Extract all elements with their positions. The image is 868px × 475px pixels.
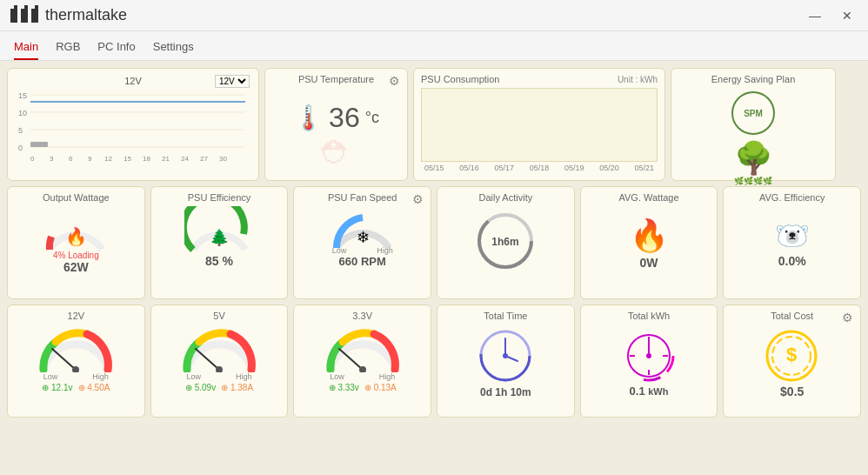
- card-psu-fan-speed: PSU Fan Speed ⚙ ❄ Low High 660 RPM: [293, 186, 431, 299]
- 5v-low-label: Low: [187, 372, 202, 381]
- graph-select[interactable]: 12V: [215, 75, 250, 88]
- 33v-title: 3.3V: [301, 311, 424, 321]
- psu-temp-title: PSU Temperature: [272, 74, 400, 84]
- output-wattage-title: Output Wattage: [15, 192, 137, 203]
- svg-text:30: 30: [219, 155, 227, 163]
- card-total-cost: Total Cost ⚙ $ $0.5: [723, 304, 861, 418]
- date-label-7: 05/21: [634, 164, 654, 172]
- row-3: 12V Low High ⊕ 12.1v ⊕ 4.50A: [7, 304, 861, 418]
- card-psu-temperature: PSU Temperature ⚙ 🌡️ 36 °c ⛑: [264, 68, 408, 181]
- 12v-voltage: 12.1v: [51, 383, 72, 392]
- tab-settings[interactable]: Settings: [153, 37, 194, 60]
- 5v-gauge-svg: [180, 324, 258, 372]
- card-5v: 5V Low High ⊕ 5.09v ⊕ 1.38A: [150, 304, 289, 418]
- 33v-high-label: High: [379, 372, 396, 381]
- svg-text:6: 6: [69, 155, 73, 163]
- consumption-svg: [422, 89, 657, 161]
- minimize-button[interactable]: —: [804, 7, 826, 24]
- psu-consumption-unit: Unit : kWh: [618, 75, 658, 84]
- tab-rgb[interactable]: RGB: [56, 37, 80, 60]
- svg-text:0: 0: [30, 155, 35, 163]
- svg-text:15: 15: [124, 155, 131, 163]
- title-bar: thermaltake — ✕: [0, 0, 868, 31]
- total-kwh-value: 0.1: [630, 385, 645, 398]
- card-daily-activity: Daily Activity 1h6m: [437, 186, 575, 299]
- 5v-voltage: 5.09v: [195, 383, 216, 392]
- 12v-low-label: Low: [43, 372, 58, 381]
- consumption-chart: [421, 88, 658, 162]
- bg-watermark: ⛑: [321, 135, 352, 171]
- psu-temp-gear-icon[interactable]: ⚙: [389, 74, 400, 88]
- card-12v: 12V Low High ⊕ 12.1v ⊕ 4.50A: [7, 304, 145, 418]
- svg-point-42: [503, 353, 508, 358]
- avg-efficiency-value: 0.0%: [778, 254, 806, 268]
- card-avg-efficiency: AVG. Efficiency 🐻‍❄️ 0.0%: [723, 186, 861, 299]
- 5v-title: 5V: [158, 311, 281, 321]
- total-time-clock-svg: [477, 328, 534, 385]
- 33v-low-label: Low: [330, 372, 344, 381]
- fan-speed-gauge-svg: ❄: [328, 206, 397, 250]
- fan-low-label: Low: [332, 246, 347, 255]
- 5v-ampere: 1.38A: [230, 383, 253, 392]
- nav-tabs: Main RGB PC Info Settings: [0, 31, 868, 61]
- fan-speed-value: 660 RPM: [339, 255, 386, 268]
- loading-pct: 4% Loading: [53, 251, 99, 260]
- 5v-high-label: High: [236, 372, 252, 381]
- svg-text:9: 9: [88, 155, 92, 163]
- svg-text:27: 27: [200, 155, 208, 163]
- total-kwh-svg: [621, 328, 678, 385]
- card-12v-graph: 12V 12V 15 10 5 0: [7, 68, 259, 181]
- window-controls: — ✕: [804, 7, 858, 24]
- total-cost-value: $0.5: [780, 385, 804, 398]
- svg-text:24: 24: [181, 155, 189, 163]
- total-cost-svg: $: [764, 328, 820, 385]
- avg-wattage-fire-icon: 🔥: [630, 217, 669, 254]
- psu-fan-speed-title: PSU Fan Speed: [301, 192, 424, 203]
- 12v-gauge-svg: [37, 324, 115, 372]
- card-total-time: Total Time 0d 1h 10m: [437, 304, 575, 418]
- 12v-ampere: 4.50A: [87, 383, 110, 392]
- close-button[interactable]: ✕: [837, 7, 858, 24]
- tab-main[interactable]: Main: [14, 37, 38, 60]
- app-title: thermaltake: [45, 6, 127, 24]
- graph-title: 12V: [124, 76, 142, 86]
- svg-text:3: 3: [50, 155, 54, 163]
- fan-high-label: High: [377, 246, 393, 255]
- svg-rect-3: [14, 5, 17, 12]
- total-cost-gear-icon[interactable]: ⚙: [842, 311, 853, 324]
- svg-line-36: [339, 349, 363, 370]
- 12v-title: 12V: [15, 311, 137, 321]
- svg-rect-5: [35, 5, 38, 12]
- card-psu-consumption: PSU Consumption Unit : kWh 05/15 05/16 0…: [413, 68, 665, 181]
- svg-text:18: 18: [143, 155, 150, 163]
- svg-line-32: [52, 349, 76, 370]
- energy-saving-title: Energy Saving Plan: [678, 74, 828, 84]
- svg-text:🌲: 🌲: [210, 228, 230, 247]
- tab-pc-info[interactable]: PC Info: [97, 37, 135, 60]
- date-label-5: 05/19: [564, 164, 584, 172]
- svg-text:10: 10: [18, 109, 27, 117]
- svg-text:5: 5: [18, 126, 23, 135]
- svg-text:1h6m: 1h6m: [492, 236, 519, 248]
- temp-unit: °c: [365, 109, 379, 127]
- card-output-wattage: Output Wattage 🔥 4% Loading 62W: [7, 186, 145, 299]
- daily-activity-title: Daily Activity: [444, 192, 567, 203]
- wattage-gauge-svg: 🔥: [41, 206, 110, 254]
- tree-icon: 🌳: [734, 140, 773, 177]
- polar-bear-icon: 🐻‍❄️: [775, 219, 810, 252]
- svg-point-50: [646, 353, 651, 358]
- svg-line-34: [196, 349, 219, 370]
- svg-text:21: 21: [162, 155, 170, 163]
- fan-speed-gear-icon[interactable]: ⚙: [412, 192, 424, 206]
- total-kwh-title: Total kWh: [588, 311, 711, 321]
- logo-icon: [10, 5, 38, 26]
- 33v-voltage: 3.33v: [337, 383, 358, 392]
- psu-consumption-title: PSU Consumption: [421, 74, 500, 84]
- svg-text:🔥: 🔥: [65, 226, 87, 247]
- 33v-gauge-svg: [324, 324, 402, 372]
- svg-text:❄: ❄: [356, 229, 369, 246]
- avg-wattage-value: 0W: [640, 256, 658, 270]
- date-label-4: 05/18: [530, 164, 550, 172]
- svg-rect-14: [30, 142, 48, 147]
- app-logo: thermaltake: [10, 5, 127, 26]
